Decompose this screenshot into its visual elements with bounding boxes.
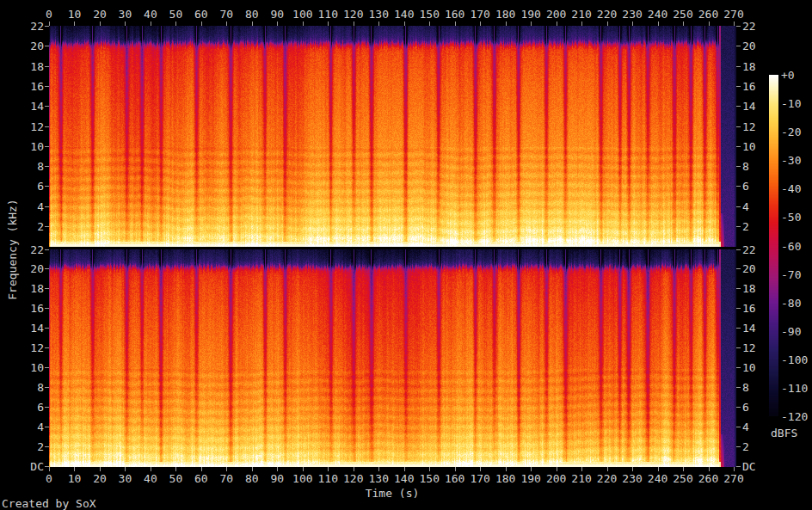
time-tick-label: 50 bbox=[169, 472, 183, 485]
freq-tick-mark bbox=[45, 166, 49, 167]
freq-tick-label: 18 bbox=[742, 282, 756, 295]
time-tick-mark bbox=[480, 22, 481, 26]
time-tick-mark bbox=[607, 467, 608, 471]
time-tick-label: 90 bbox=[271, 472, 285, 485]
time-tick-mark bbox=[125, 467, 126, 471]
freq-tick-label: DC bbox=[30, 460, 44, 473]
freq-tick-label: 4 bbox=[742, 200, 749, 212]
freq-tick-label: 18 bbox=[742, 59, 756, 72]
time-tick-label: 230 bbox=[622, 8, 642, 21]
freq-tick-label: 16 bbox=[30, 302, 44, 315]
time-tick-label: 240 bbox=[648, 8, 667, 21]
colorbar-tick-label: -50 bbox=[781, 211, 801, 224]
time-tick-mark bbox=[429, 22, 430, 26]
time-tick-mark bbox=[378, 467, 379, 471]
freq-tick-mark bbox=[736, 466, 741, 467]
time-tick-mark bbox=[404, 22, 405, 26]
freq-tick-mark bbox=[45, 226, 49, 227]
time-tick-label: 180 bbox=[495, 472, 515, 485]
freq-tick-mark bbox=[736, 106, 741, 107]
frequency-axis-title: Frequency (kHz) bbox=[6, 199, 19, 299]
time-tick-label: 90 bbox=[271, 8, 285, 21]
time-tick-label: 190 bbox=[520, 8, 540, 21]
colorbar-gradient bbox=[769, 75, 778, 416]
colorbar-tick-label: -80 bbox=[781, 296, 801, 309]
freq-tick-mark bbox=[736, 268, 741, 269]
freq-tick-mark bbox=[45, 427, 49, 427]
freq-tick-label: 22 bbox=[30, 243, 44, 255]
spectrogram-channel-1 bbox=[49, 26, 736, 247]
freq-tick-label: 20 bbox=[742, 40, 756, 52]
time-tick-mark bbox=[506, 467, 507, 471]
freq-tick-mark bbox=[736, 206, 741, 207]
time-tick-label: 260 bbox=[698, 472, 718, 485]
freq-tick-label: 14 bbox=[742, 322, 756, 335]
colorbar-tick-label: -20 bbox=[781, 126, 801, 138]
freq-tick-mark bbox=[45, 206, 49, 207]
time-tick-label: 30 bbox=[119, 8, 132, 21]
time-tick-label: 20 bbox=[93, 472, 107, 485]
time-tick-mark bbox=[683, 467, 684, 471]
freq-tick-mark bbox=[736, 308, 741, 309]
freq-tick-mark bbox=[45, 328, 49, 329]
time-tick-mark bbox=[734, 22, 735, 26]
freq-tick-mark bbox=[45, 446, 49, 447]
freq-tick-mark bbox=[736, 328, 741, 329]
time-tick-label: 100 bbox=[292, 8, 312, 21]
time-tick-mark bbox=[100, 22, 101, 26]
time-tick-label: 240 bbox=[648, 472, 667, 485]
time-tick-mark bbox=[632, 467, 633, 471]
time-tick-label: 10 bbox=[68, 472, 82, 485]
freq-tick-mark bbox=[736, 186, 741, 187]
freq-tick-label: 20 bbox=[742, 262, 756, 275]
freq-tick-mark bbox=[45, 268, 49, 269]
freq-tick-mark bbox=[45, 106, 49, 107]
time-tick-mark bbox=[201, 467, 202, 471]
time-tick-mark bbox=[404, 467, 405, 471]
freq-tick-mark bbox=[736, 367, 741, 368]
colorbar-tick-label: -120 bbox=[781, 410, 808, 423]
time-tick-mark bbox=[226, 467, 227, 471]
freq-tick-mark bbox=[736, 146, 741, 147]
colorbar-tick-label: -10 bbox=[781, 97, 801, 110]
freq-tick-label: 6 bbox=[37, 401, 44, 414]
time-tick-mark bbox=[531, 467, 532, 471]
freq-tick-label: 10 bbox=[30, 361, 44, 374]
time-tick-mark bbox=[734, 467, 735, 471]
freq-tick-mark bbox=[45, 146, 49, 147]
time-tick-label: 70 bbox=[220, 472, 234, 485]
freq-tick-mark bbox=[736, 26, 741, 27]
freq-tick-label: 14 bbox=[30, 322, 44, 335]
time-tick-mark bbox=[683, 22, 684, 26]
time-tick-label: 100 bbox=[292, 472, 312, 485]
time-tick-mark bbox=[378, 22, 379, 26]
time-tick-mark bbox=[175, 467, 176, 471]
time-tick-label: 150 bbox=[419, 472, 439, 485]
time-tick-mark bbox=[74, 22, 75, 26]
spectrogram-channel-2 bbox=[49, 249, 736, 467]
freq-tick-label: 14 bbox=[30, 100, 44, 113]
freq-tick-mark bbox=[736, 86, 741, 87]
time-axis-title: Time (s) bbox=[366, 487, 420, 500]
freq-tick-mark bbox=[45, 66, 49, 67]
time-tick-mark bbox=[201, 22, 202, 26]
freq-tick-label: 6 bbox=[742, 180, 749, 193]
time-tick-mark bbox=[100, 467, 101, 471]
freq-tick-label: 16 bbox=[30, 79, 44, 92]
freq-tick-mark bbox=[45, 308, 49, 309]
time-tick-mark bbox=[506, 22, 507, 26]
time-tick-label: 190 bbox=[520, 472, 540, 485]
time-tick-label: 210 bbox=[571, 8, 591, 21]
time-tick-mark bbox=[277, 467, 278, 471]
freq-tick-mark bbox=[736, 446, 741, 447]
time-tick-label: 40 bbox=[144, 472, 157, 485]
freq-tick-label: 12 bbox=[742, 341, 756, 354]
freq-tick-label: 2 bbox=[37, 220, 44, 233]
freq-tick-label: 6 bbox=[742, 401, 749, 414]
freq-tick-label: 16 bbox=[742, 302, 756, 315]
time-tick-mark bbox=[632, 22, 633, 26]
sox-spectrogram-figure: Frequency (kHz) dBFS 0102030405060708090… bbox=[0, 0, 812, 510]
time-tick-label: 60 bbox=[194, 8, 208, 21]
time-tick-label: 110 bbox=[318, 8, 338, 21]
freq-tick-label: 22 bbox=[30, 20, 44, 33]
